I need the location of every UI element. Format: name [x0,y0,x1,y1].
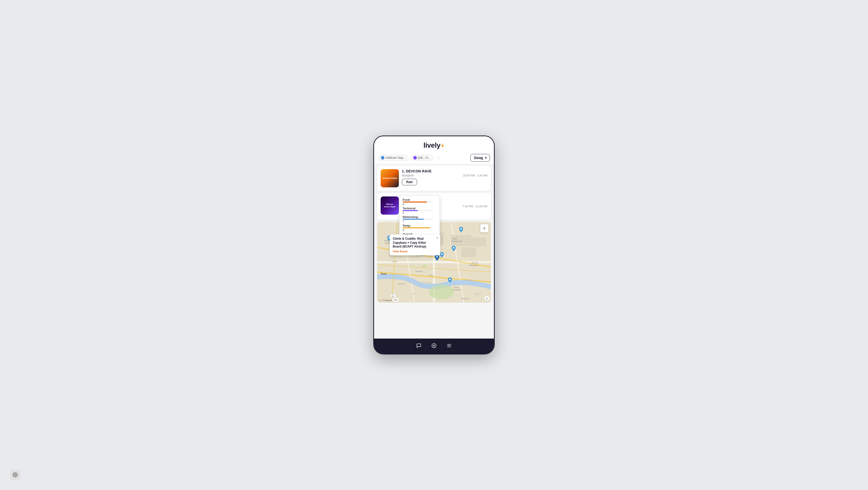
devcon-time: 10:00 PM - 3:30 AM [463,174,487,177]
tooltip-swag-bar-wrap [403,227,433,228]
svg-rect-11 [471,237,486,246]
tabs-more-button[interactable]: ⋮ [435,155,442,160]
tooltip-food-bar-wrap [403,201,433,202]
app-title-star: ✦ [440,143,445,149]
devcon-thumbnail: HACKATHON [381,169,399,187]
oxe-icon [413,156,417,160]
svg-text:Srat Sai...: Srat Sai... [398,283,406,285]
tab-arbitrum[interactable]: Arbitrum Sep... [378,155,408,161]
tooltip-swag-label: Swag: [403,224,437,227]
svg-text:KHANONG: KHANONG [453,289,461,291]
map-zoom-badge: 203 [392,298,399,302]
svg-rect-14 [461,247,476,257]
bottom-navigation [374,338,494,354]
svg-point-53 [432,344,436,348]
tabs-row: Arbitrum Sep... 0xE...O... ⋮ Swag ▾ [374,152,494,164]
nav-menu-button[interactable] [445,341,454,350]
devcon-rank: 1. [402,169,405,173]
popup-close-button[interactable]: × [436,236,438,240]
tooltip-networking-value: 7 [403,220,437,223]
svg-text:Bon K...: Bon K... [429,274,435,276]
tab-oxe-label: 0xE...O... [418,156,430,160]
settings-icon-button[interactable] [10,470,20,480]
app-title-text: lively [423,141,440,149]
svg-point-54 [433,345,435,347]
svg-text:BANG-NA: BANG-NA [461,298,469,300]
phone-frame: lively✦ Arbitrum Sep... 0xE...O... ⋮ Swa… [373,135,495,355]
devcon-title: 1. DEVCON RAVE [402,169,487,173]
event-thumb-mitosis: MitosisGame Night [381,196,399,215]
svg-point-58 [15,474,16,476]
tooltip-technical-row: Technical: 5 [403,207,437,215]
tooltip-food-label: Food: [403,198,437,201]
devcon-rate-button[interactable]: Rate [402,179,417,185]
tooltip-food-row: Food: 8 [403,198,437,206]
mitosis-thumbnail: MitosisGame Night [381,196,399,215]
tab-oxe[interactable]: 0xE...O... [410,155,433,161]
event-card-mitosis: MitosisGame Night 2. Mitosis Game Night … [377,193,491,220]
app-container: lively✦ Arbitrum Sep... 0xE...O... ⋮ Swa… [374,136,494,354]
svg-text:Silom: Silom [412,293,415,295]
tooltip-technical-label: Technical: [403,207,437,210]
map-pin-5[interactable] [435,255,439,262]
tooltip-swag-value: 9 [403,229,437,232]
svg-text:35: 35 [392,295,394,297]
tooltip-technical-value: 5 [403,211,437,215]
svg-point-49 [453,247,455,249]
svg-point-50 [449,279,451,280]
mapbox-logo-icon: ⬡ [379,299,381,302]
svg-text:Pattanakarn: Pattanakarn [469,264,478,266]
view-event-link[interactable]: View Event [393,250,437,253]
map-popup-title: Climb & Cuddle: Real Capybara + Capy Kil… [393,237,437,249]
nav-discover-button[interactable] [429,341,439,350]
location-button[interactable] [480,224,488,232]
svg-point-48 [441,253,443,255]
zoom-value: 203 [394,299,397,301]
tab-arbitrum-label: Arbitrum Sep... [385,156,406,160]
event-thumb-devcon: HACKATHON [381,169,399,187]
content-scroll: HACKATHON 1. DEVCON RAVE Bangkok 10:00 P… [374,164,494,338]
chevron-down-icon: ▾ [485,156,487,160]
map-pin-1[interactable] [459,227,463,233]
svg-text:Udom Suk: Udom Suk [474,293,480,295]
map-pin-8[interactable] [448,277,452,284]
svg-text:SENTRE: SENTRE [471,262,478,264]
svg-text:PHRA: PHRA [454,287,459,289]
svg-text:On Nu Rd: On Nu Rd [465,280,471,281]
mapbox-attribution-text: © Mapbox [382,299,393,302]
event-card-devcon: HACKATHON 1. DEVCON RAVE Bangkok 10:00 P… [377,166,491,191]
tooltip-networking-bar [403,219,424,220]
app-title: lively✦ [379,141,489,150]
devcon-name: DEVCON RAVE [406,169,432,173]
event-info-devcon: 1. DEVCON RAVE Bangkok 10:00 PM - 3:30 A… [402,169,487,185]
devcon-meta: Bangkok 10:00 PM - 3:30 AM [402,174,487,177]
map-pin-7[interactable] [452,246,456,252]
mitosis-thumb-text: MitosisGame Night [384,203,396,208]
svg-text:Rd: Rd [476,295,478,297]
tooltip-technical-bar [403,210,418,211]
map-event-popup: × Climb & Cuddle: Real Capybara + Capy K… [390,234,440,255]
map-pin-6[interactable] [440,252,444,259]
tooltip-food-value: 8 [403,203,437,206]
dropdown-selected-value: Swag [474,156,483,160]
svg-point-43 [460,228,462,230]
nav-chat-button[interactable] [414,341,423,350]
svg-text:Yannawa: Yannawa [425,282,432,284]
svg-point-52 [484,228,485,229]
tooltip-swag-bar [403,227,430,228]
tooltip-networking-row: Networking: 7 [403,216,437,223]
devcon-thumb-text: HACKATHON [382,177,397,179]
tooltip-technical-bar-wrap [403,210,433,211]
svg-text:WAN: WAN [453,238,457,240]
tooltip-food-bar [403,201,427,202]
svg-point-15 [429,285,454,299]
map-attribution: ⬡ © Mapbox [379,299,393,302]
svg-text:THONGLANG: THONGLANG [451,240,462,242]
category-dropdown[interactable]: Swag ▾ [470,154,490,162]
tooltip-networking-label: Networking: [403,216,437,219]
tooltip-networking-bar-wrap [403,219,433,220]
devcon-location: Bangkok [402,174,414,177]
svg-text:DUSIT: DUSIT [392,260,398,263]
tooltip-swag-row: Swag: 9 [403,224,437,232]
map-info-button[interactable]: ℹ [484,296,489,301]
